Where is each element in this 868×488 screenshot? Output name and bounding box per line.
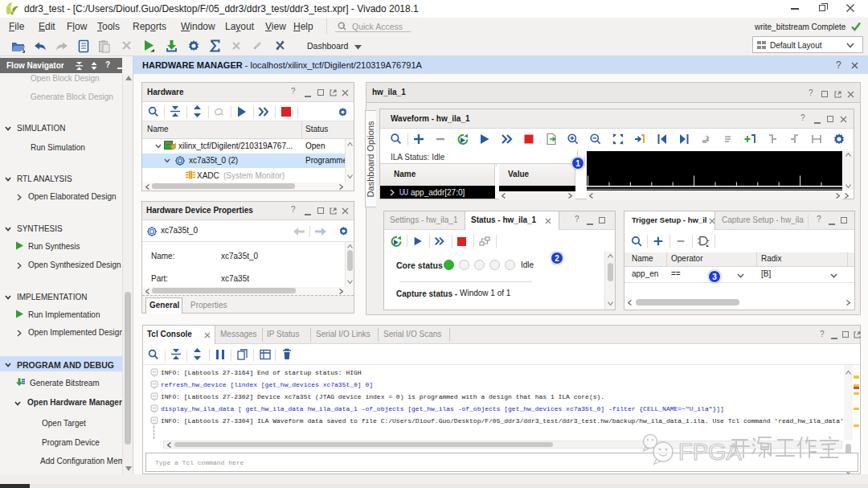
svg-text:FPGA: FPGA (678, 439, 743, 465)
